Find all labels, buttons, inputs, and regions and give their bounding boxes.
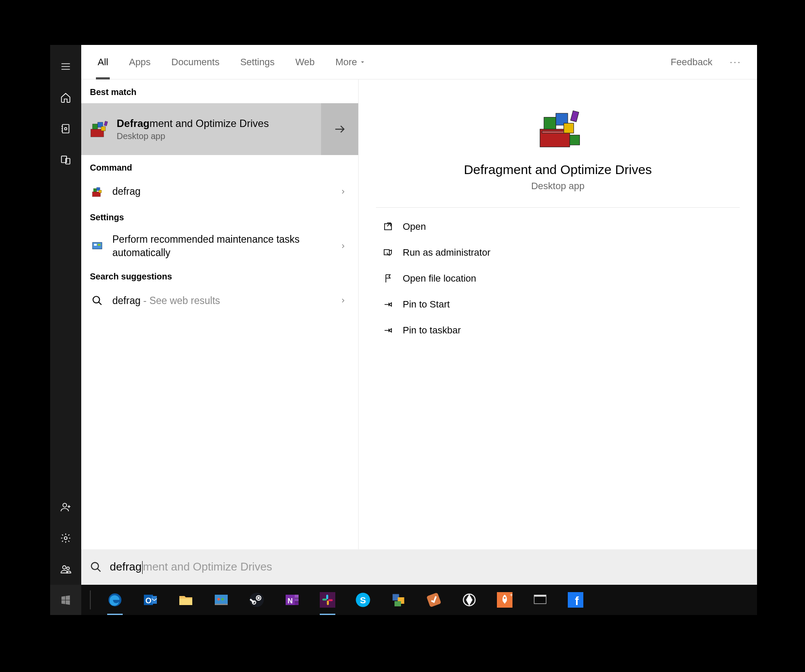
preview-title: Defragment and Optimize Drives <box>464 162 652 177</box>
svg-rect-49 <box>320 592 335 608</box>
people-icon[interactable] <box>50 554 81 585</box>
setting-result[interactable]: Perform recommended maintenance tasks au… <box>81 228 358 264</box>
chevron-right-icon <box>337 297 350 304</box>
expand-arrow-button[interactable] <box>321 103 358 155</box>
open-icon <box>379 222 397 232</box>
preview-subtitle: Desktop app <box>531 181 585 192</box>
windows-search-screenshot: All Apps Documents Settings Web More Fee… <box>50 45 757 628</box>
taskbar-skype[interactable]: S <box>354 591 372 609</box>
svg-point-7 <box>67 567 69 570</box>
svg-rect-29 <box>384 250 389 255</box>
svg-rect-12 <box>104 121 108 126</box>
taskbar-steam[interactable] <box>248 591 265 609</box>
action-run-as-admin[interactable]: Run as administrator <box>376 240 740 266</box>
tab-settings[interactable]: Settings <box>230 45 285 79</box>
search-icon <box>90 561 102 573</box>
svg-point-20 <box>93 296 99 303</box>
svg-point-6 <box>63 566 66 569</box>
action-pin-to-taskbar[interactable]: Pin to taskbar <box>376 317 740 343</box>
svg-text:f: f <box>575 595 579 608</box>
search-input[interactable]: defragment and Optimize Drives <box>81 549 757 585</box>
svg-point-1 <box>64 127 67 130</box>
preview-pane: Defragment and Optimize Drives Desktop a… <box>359 79 757 549</box>
svg-point-30 <box>92 563 99 570</box>
svg-rect-50 <box>326 595 328 599</box>
command-header: Command <box>81 155 358 179</box>
control-panel-icon <box>90 239 105 254</box>
svg-point-63 <box>504 597 506 599</box>
add-user-icon[interactable] <box>50 491 81 523</box>
folder-icon <box>379 273 397 284</box>
svg-point-38 <box>221 598 224 601</box>
web-suggestion-label: defrag - See web results <box>112 294 337 307</box>
search-autocomplete-text: ment and Optimize Drives <box>143 560 272 573</box>
devices-icon[interactable] <box>50 144 81 175</box>
taskbar-software-center[interactable] <box>213 591 230 609</box>
command-result[interactable]: defrag <box>81 179 358 205</box>
taskbar-rocket-app[interactable]: + <box>496 591 513 609</box>
overflow-menu-icon[interactable]: ··· <box>720 57 751 68</box>
taskbar-todo[interactable] <box>425 591 442 609</box>
tab-apps[interactable]: Apps <box>118 45 161 79</box>
taskbar-slack[interactable] <box>319 591 336 609</box>
svg-rect-35 <box>179 599 192 605</box>
svg-point-42 <box>258 597 260 599</box>
svg-point-37 <box>217 598 220 601</box>
start-left-rail <box>50 45 81 585</box>
svg-rect-9 <box>92 124 98 129</box>
svg-rect-39 <box>215 604 228 605</box>
notebook-icon[interactable] <box>50 113 81 144</box>
best-match-title: Defragment and Optimize Drives <box>117 117 269 130</box>
chevron-right-icon <box>337 188 350 195</box>
taskbar-terminal[interactable] <box>531 591 549 609</box>
tab-web[interactable]: Web <box>285 45 325 79</box>
pin-icon <box>379 299 397 310</box>
tab-documents[interactable]: Documents <box>161 45 230 79</box>
taskbar-outlook[interactable]: O <box>142 591 159 609</box>
defrag-small-icon <box>90 184 105 199</box>
feedback-link[interactable]: Feedback <box>663 57 720 68</box>
taskbar-edge[interactable] <box>106 591 124 609</box>
web-suggestion-result[interactable]: defrag - See web results <box>81 288 358 314</box>
search-typed-text: defrag <box>110 560 142 573</box>
suggestions-header: Search suggestions <box>81 264 358 288</box>
svg-rect-0 <box>62 124 69 133</box>
taskbar-onenote[interactable]: N <box>283 591 301 609</box>
svg-rect-27 <box>570 135 580 145</box>
pin-icon <box>379 325 397 336</box>
action-open[interactable]: Open <box>376 214 740 240</box>
taskbar-file-explorer[interactable] <box>177 591 194 609</box>
chevron-right-icon <box>337 243 350 250</box>
svg-text:S: S <box>360 595 366 605</box>
tab-all[interactable]: All <box>87 45 118 79</box>
taskbar: O N S + f <box>50 585 757 615</box>
svg-rect-18 <box>94 244 97 246</box>
start-button[interactable] <box>50 585 81 615</box>
shield-icon <box>379 247 397 258</box>
home-icon[interactable] <box>50 82 81 113</box>
search-results-panel: All Apps Documents Settings Web More Fee… <box>81 45 757 549</box>
svg-rect-34 <box>152 596 157 604</box>
best-match-subtitle: Desktop app <box>117 131 269 141</box>
taskbar-facebook[interactable]: f <box>567 591 584 609</box>
svg-rect-19 <box>98 244 101 246</box>
action-open-file-location[interactable]: Open file location <box>376 266 740 292</box>
best-match-header: Best match <box>81 79 358 103</box>
action-pin-to-start[interactable]: Pin to Start <box>376 292 740 317</box>
taskbar-sticky-notes[interactable] <box>390 591 407 609</box>
setting-label: Perform recommended maintenance tasks au… <box>112 233 337 260</box>
defrag-large-icon <box>534 105 582 153</box>
best-match-result[interactable]: Defragment and Optimize Drives Desktop a… <box>81 103 358 155</box>
svg-rect-52 <box>327 601 329 605</box>
search-icon <box>90 293 105 308</box>
svg-rect-16 <box>99 190 102 193</box>
hamburger-icon[interactable] <box>50 51 81 82</box>
settings-gear-icon[interactable] <box>50 523 81 554</box>
svg-point-5 <box>64 537 67 540</box>
windows-icon <box>60 594 71 605</box>
svg-rect-58 <box>395 601 401 606</box>
taskbar-picasa[interactable] <box>461 591 478 609</box>
svg-rect-51 <box>322 599 327 601</box>
results-list: Best match D <box>81 79 359 549</box>
tab-more[interactable]: More <box>325 45 376 79</box>
